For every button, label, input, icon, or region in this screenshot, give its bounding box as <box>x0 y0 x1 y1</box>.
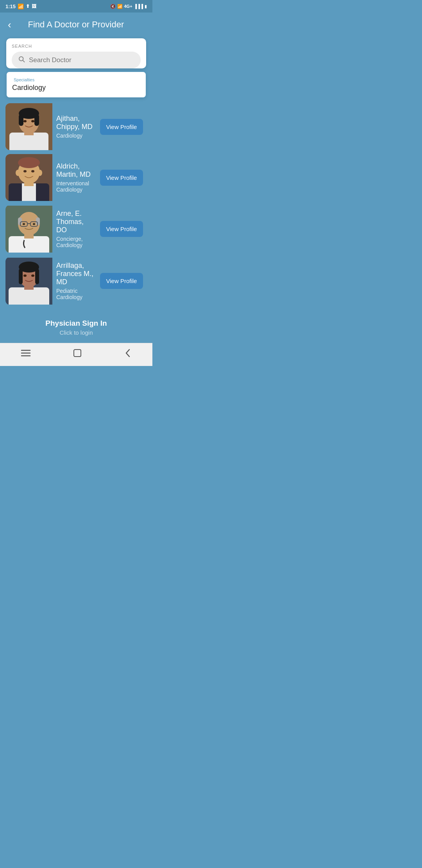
svg-rect-39 <box>35 269 39 284</box>
doctor-name: Arrillaga, Frances M., MD <box>56 262 96 286</box>
svg-rect-34 <box>9 287 49 305</box>
search-icon <box>18 56 25 65</box>
doctor-specialty: Cardiology <box>56 133 96 139</box>
specialties-label: Specialties <box>12 77 36 82</box>
specialties-value: Cardiology <box>12 84 140 92</box>
image-icon: 🖼 <box>32 4 36 9</box>
back-button[interactable]: ‹ <box>8 20 11 30</box>
wifi-icon: 📶 <box>18 4 24 9</box>
svg-point-41 <box>31 274 34 277</box>
svg-rect-45 <box>74 350 81 357</box>
status-left: 1:15 📶 ⬆ 🖼 <box>5 4 36 9</box>
doctor-name: Aldrich, Martin, MD <box>56 162 96 179</box>
doctor-card: Ajithan, Chippy, MD Cardiology View Prof… <box>5 103 147 150</box>
svg-rect-23 <box>9 236 49 253</box>
svg-point-20 <box>23 170 27 172</box>
doctor-specialty: Interventional Cardiology <box>56 180 96 193</box>
view-profile-button[interactable]: View Profile <box>100 119 143 135</box>
doctor-info: Ajithan, Chippy, MD Cardiology <box>52 110 100 143</box>
doctor-name: Ajithan, Chippy, MD <box>56 115 96 131</box>
upload-icon: ⬆ <box>26 4 30 9</box>
page-title: Find A Doctor or Provider <box>18 20 134 30</box>
svg-point-11 <box>31 120 34 122</box>
doctor-info: Arne, E. Thomas, DO Concierge, Cardiolog… <box>52 205 100 253</box>
doctor-specialty: Concierge, Cardiology <box>56 236 96 248</box>
specialties-wrapper: Specialties Cardiology <box>6 72 146 98</box>
specialties-box[interactable]: Specialties Cardiology <box>6 72 146 98</box>
svg-point-17 <box>18 157 40 168</box>
doctor-card: Arrillaga, Frances M., MD Pediatric Card… <box>5 257 147 305</box>
svg-rect-8 <box>19 114 23 126</box>
navigation-bar <box>0 343 152 366</box>
lte-icon: 4G+ <box>124 4 132 9</box>
svg-rect-38 <box>19 269 23 284</box>
svg-point-31 <box>23 223 25 225</box>
signal-bars-icon: ▐▐▐ <box>134 4 143 9</box>
svg-point-19 <box>38 170 42 176</box>
doctor-info: Aldrich, Martin, MD Interventional Cardi… <box>52 158 100 197</box>
doctor-list: Ajithan, Chippy, MD Cardiology View Prof… <box>0 99 152 309</box>
svg-point-40 <box>23 274 27 277</box>
svg-point-21 <box>31 170 34 172</box>
search-container: SEARCH <box>6 38 146 68</box>
header: ‹ Find A Doctor or Provider <box>0 13 152 38</box>
doctor-info: Arrillaga, Frances M., MD Pediatric Card… <box>52 257 100 305</box>
doctor-photo <box>5 154 52 201</box>
doctor-photo <box>5 258 52 305</box>
svg-point-18 <box>16 170 20 176</box>
svg-line-1 <box>23 60 24 62</box>
search-input[interactable] <box>29 56 134 64</box>
status-time: 1:15 <box>5 4 16 9</box>
mute-icon: 🔇 <box>110 4 116 9</box>
menu-icon[interactable] <box>21 349 31 360</box>
svg-point-32 <box>33 223 35 225</box>
physician-signin-title: Physician Sign In <box>8 319 145 328</box>
battery-icon: ▮ <box>145 4 147 9</box>
status-right: 🔇 📶 4G+ ▐▐▐ ▮ <box>110 4 147 9</box>
doctor-name: Arne, E. Thomas, DO <box>56 210 96 234</box>
home-icon[interactable] <box>72 348 82 360</box>
search-section-label: SEARCH <box>12 44 141 48</box>
wifi-signal-icon: 📶 <box>117 4 123 9</box>
back-nav-icon[interactable] <box>124 348 132 360</box>
svg-point-10 <box>23 120 27 122</box>
doctor-card: Arne, E. Thomas, DO Concierge, Cardiolog… <box>5 205 147 253</box>
physician-signin-subtitle: Click to login <box>8 329 145 336</box>
physician-footer[interactable]: Physician Sign In Click to login <box>0 310 152 343</box>
view-profile-button[interactable]: View Profile <box>100 170 143 186</box>
doctor-card: Aldrich, Martin, MD Interventional Cardi… <box>5 154 147 201</box>
view-profile-button[interactable]: View Profile <box>100 273 143 289</box>
view-profile-button[interactable]: View Profile <box>100 221 143 237</box>
doctor-specialty: Pediatric Cardiology <box>56 288 96 300</box>
status-bar: 1:15 📶 ⬆ 🖼 🔇 📶 4G+ ▐▐▐ ▮ <box>0 0 152 13</box>
doctor-photo <box>5 206 52 253</box>
svg-rect-9 <box>34 114 39 126</box>
search-input-wrapper[interactable] <box>12 52 141 68</box>
doctor-photo <box>5 103 52 150</box>
